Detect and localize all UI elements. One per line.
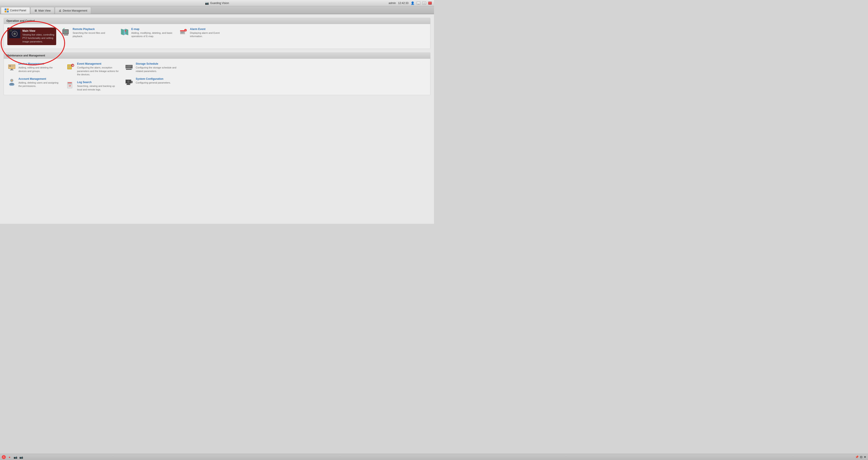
remote-playback-title: Remote Playback [73,28,115,31]
alarm-event-text: Alarm Event Displaying alarm and Event i… [190,28,232,38]
title-bar-right: admin 12:42:33 👤 _ □ ✕ [389,1,432,5]
emap-desc: Adding, modifying, deleting, and basic o… [131,31,174,38]
device-mgmt-text: Device Management Adding, editing and de… [19,62,61,73]
alarm-event-icon: ! [179,28,188,36]
svg-rect-42 [68,67,70,67]
username: admin [389,2,396,5]
svg-rect-67 [126,84,130,85]
svg-point-35 [9,83,14,85]
svg-point-58 [131,69,132,70]
storage-schedule-title: Storage Schedule [136,62,178,65]
svg-text:!: ! [185,30,186,32]
tab-device-management[interactable]: 🖨 Device Management [55,7,91,14]
log-search-icon: 18 [66,81,75,90]
main-view-title: Main View [23,29,54,32]
svg-point-53 [127,66,127,67]
svg-rect-57 [126,69,132,70]
log-search-text: Log Search Searching, viewing and backin… [77,81,119,91]
svg-marker-14 [125,29,128,35]
svg-rect-9 [64,35,68,35]
account-mgmt-desc: Adding, deleting users and assigning the… [19,81,61,88]
svg-point-3 [14,33,15,34]
item-device-management[interactable]: Device Management Adding, editing and de… [7,62,61,73]
event-management-icon: ⚙ [66,62,75,71]
storage-schedule-text: Storage Schedule Configuring the storage… [136,62,178,73]
remote-playback-text: Remote Playback Searching the record fil… [73,28,115,38]
svg-marker-13 [124,29,125,35]
svg-rect-47 [68,84,72,84]
main-view-tab-icon: 🖥 [34,9,37,12]
emap-text: E-map Adding, modifying, deleting, and b… [131,28,174,38]
device-mgmt-desc: Adding, editing and deleting the devices… [19,66,61,73]
svg-rect-19 [181,32,185,32]
section-maintenance-body: Device Management Adding, editing and de… [4,59,430,95]
main-view-icon [9,29,20,38]
event-mgmt-text: Event Management Configuring the alarm, … [77,62,119,76]
event-mgmt-desc: Configuring the alarm, exception paramet… [77,66,119,76]
restore-button[interactable]: □ [423,2,426,5]
item-account-management[interactable]: Account Management Adding, deleting user… [7,77,61,88]
storage-schedule-icon [125,62,133,71]
section-operation-control: Operation and Control [4,18,430,49]
emap-icon [120,28,129,36]
svg-rect-41 [68,66,71,66]
item-emap[interactable]: E-map Adding, modifying, deleting, and b… [120,28,174,45]
tab-control-panel[interactable]: Control Panel [1,7,30,14]
remote-playback-icon [62,28,70,36]
tab-main-view[interactable]: 🖥 Main View [30,7,54,14]
col3: Storage Schedule Configuring the storage… [125,62,178,91]
svg-point-63 [128,81,129,82]
section-maintenance: Maintenance and Management [4,53,430,95]
main-view-text: Main View Viewing live video, controllin… [23,29,54,43]
item-alarm-event[interactable]: ! Alarm Event Displaying alarm and Event… [179,28,232,45]
svg-rect-4 [9,30,12,32]
item-remote-playback[interactable]: Remote Playback Searching the record fil… [62,28,115,45]
item-event-management[interactable]: ⚙ Event Management Configuring the alarm… [66,62,119,76]
main-content: Operation and Control [0,14,434,224]
storage-schedule-desc: Configuring the storage schedule and rel… [136,66,178,73]
item-system-configuration[interactable]: System Configuration Configuring general… [125,77,178,86]
event-mgmt-title: Event Management [77,62,119,65]
tab-device-mgmt-label: Device Management [63,9,87,12]
svg-rect-27 [11,65,14,66]
col2: ⚙ Event Management Configuring the alarm… [66,62,119,91]
tab-main-view-label: Main View [38,9,51,12]
app-icon: 📷 [205,1,209,5]
svg-rect-20 [181,33,184,33]
tab-control-panel-label: Control Panel [10,9,26,12]
main-view-wrapper: Main View Viewing live video, controllin… [7,28,56,45]
account-management-icon [7,77,16,86]
close-button[interactable]: ✕ [428,2,432,5]
system-config-text: System Configuration Configuring general… [136,77,171,84]
system-configuration-icon [125,77,133,86]
svg-text:18: 18 [69,85,71,87]
svg-rect-30 [10,70,13,70]
item-main-view[interactable]: Main View Viewing live video, controllin… [7,28,56,45]
svg-rect-43 [68,67,70,68]
title-bar: 📷 Guarding Vision admin 12:42:33 👤 _ □ ✕ [0,0,434,6]
system-config-desc: Configuring general parameters. [136,81,171,84]
device-management-icon [7,62,16,71]
svg-rect-26 [9,65,11,67]
svg-marker-12 [121,29,124,35]
alarm-event-title: Alarm Event [190,28,232,31]
app-title-area: 📷 Guarding Vision [205,1,229,5]
system-config-title: System Configuration [136,77,171,81]
alarm-event-desc: Displaying alarm and Event information. [190,31,232,38]
svg-rect-65 [132,81,132,83]
svg-rect-29 [11,69,13,70]
svg-rect-54 [128,66,132,66]
item-log-search[interactable]: 18 Log Search Searching, viewing and bac… [66,81,119,91]
item-storage-schedule[interactable]: Storage Schedule Configuring the storage… [125,62,178,73]
svg-rect-66 [127,84,130,84]
app-title: Guarding Vision [210,2,229,5]
section-operation-body: Main View Viewing live video, controllin… [4,24,430,49]
account-mgmt-text: Account Management Adding, deleting user… [19,77,61,88]
emap-title: E-map [131,28,174,31]
control-panel-icon [5,8,9,12]
svg-text:⚙: ⚙ [72,64,74,67]
main-view-desc: Viewing live video, controlling PTZ func… [23,33,54,43]
svg-point-34 [11,79,13,82]
svg-rect-28 [11,66,13,67]
minimize-button[interactable]: _ [417,2,420,5]
